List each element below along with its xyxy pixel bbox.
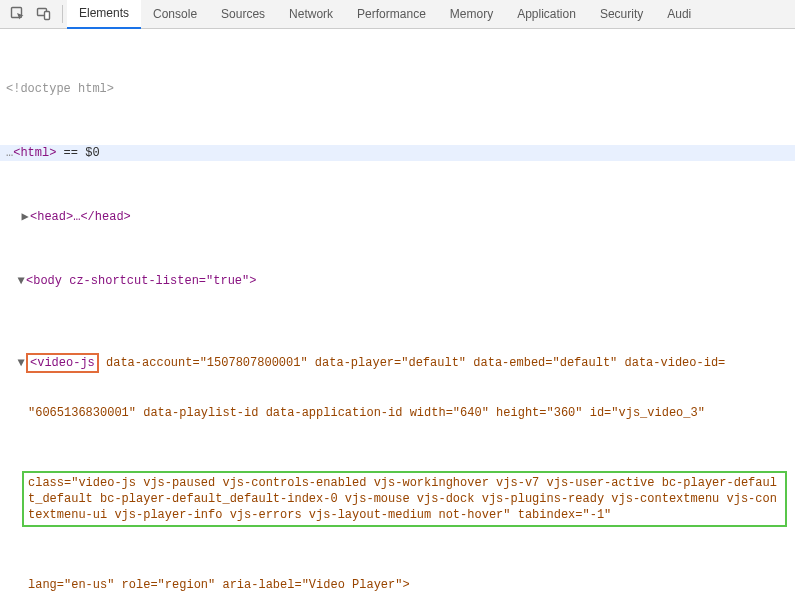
select-element-icon[interactable] xyxy=(6,2,30,26)
tab-application[interactable]: Application xyxy=(505,0,588,28)
tab-security[interactable]: Security xyxy=(588,0,655,28)
svg-rect-2 xyxy=(45,12,50,20)
tab-memory[interactable]: Memory xyxy=(438,0,505,28)
dom-videojs-class-highlight[interactable]: class="video-js vjs-paused vjs-controls-… xyxy=(22,471,787,527)
dom-head[interactable]: ▶<head>…</head> xyxy=(0,209,795,225)
tab-performance[interactable]: Performance xyxy=(345,0,438,28)
dom-html-open[interactable]: …<html> == $0 xyxy=(0,145,795,161)
dom-doctype[interactable]: <!doctype html> xyxy=(6,82,114,96)
tab-sources[interactable]: Sources xyxy=(209,0,277,28)
elements-dom-tree[interactable]: <!doctype html> …<html> == $0 ▶<head>…</… xyxy=(0,29,795,601)
tab-audits[interactable]: Audi xyxy=(655,0,703,28)
dom-videojs-open[interactable]: ▼<video-js data-account="1507807800001" … xyxy=(0,353,795,373)
tab-elements[interactable]: Elements xyxy=(67,0,141,29)
dom-body-open[interactable]: ▼<body cz-shortcut-listen="true"> xyxy=(0,273,795,289)
dom-videojs-attrs-2[interactable]: "6065136830001" data-playlist-id data-ap… xyxy=(0,405,795,421)
device-toggle-icon[interactable] xyxy=(32,2,56,26)
tab-network[interactable]: Network xyxy=(277,0,345,28)
dom-videojs-attrs-3[interactable]: lang="en-us" role="region" aria-label="V… xyxy=(0,577,795,593)
tab-console[interactable]: Console xyxy=(141,0,209,28)
